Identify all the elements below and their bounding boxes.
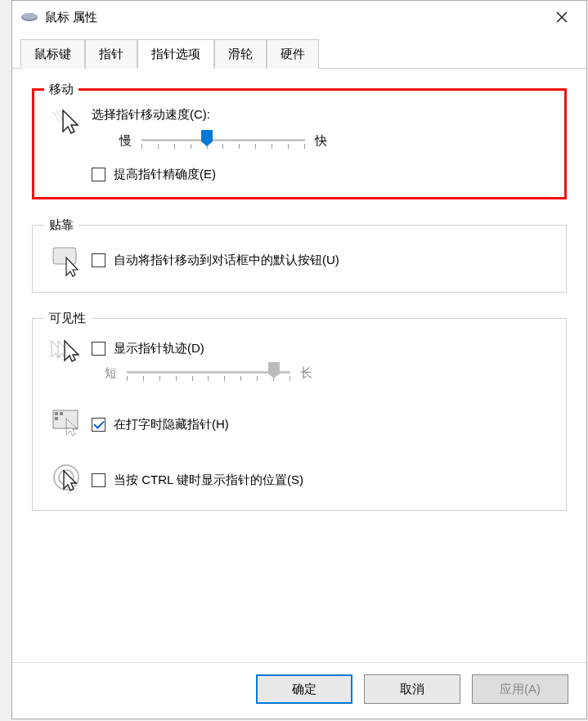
speed-fast-label: 快 bbox=[315, 133, 327, 149]
cancel-button[interactable]: 取消 bbox=[364, 674, 460, 704]
snap-checkbox[interactable] bbox=[92, 253, 105, 267]
ok-button[interactable]: 确定 bbox=[256, 674, 352, 704]
ctrl-label: 当按 CTRL 键时显示指针的位置(S) bbox=[114, 472, 303, 488]
group-motion: 移动 选择指针移动速度(C): 慢 bbox=[32, 82, 567, 199]
speed-slow-label: 慢 bbox=[119, 133, 132, 149]
snap-icon bbox=[44, 244, 92, 277]
hide-label: 在打字时隐藏指针(H) bbox=[114, 417, 229, 432]
trail-long-label: 长 bbox=[300, 365, 312, 381]
svg-point-1 bbox=[22, 13, 37, 20]
hide-typing-icon bbox=[44, 407, 92, 437]
tab-content: 移动 选择指针移动速度(C): 慢 bbox=[12, 69, 586, 662]
window-title: 鼠标 属性 bbox=[45, 10, 545, 25]
tab-3[interactable]: 滑轮 bbox=[214, 39, 267, 69]
tab-4[interactable]: 硬件 bbox=[267, 39, 319, 69]
tab-2[interactable]: 指针选项 bbox=[137, 39, 214, 69]
snap-label: 自动将指针移动到对话框中的默认按钮(U) bbox=[114, 253, 339, 268]
group-visibility: 可见性 显示指针轨迹(D) bbox=[32, 311, 567, 511]
apply-button[interactable]: 应用(A) bbox=[472, 674, 568, 704]
trail-slider bbox=[127, 363, 290, 383]
svg-line-2 bbox=[53, 112, 60, 122]
group-visibility-legend: 可见性 bbox=[44, 311, 91, 326]
group-snap: 贴靠 自动将指针移动到对话框中的默认按钮(U) bbox=[32, 217, 567, 293]
svg-line-3 bbox=[56, 111, 63, 121]
close-button[interactable] bbox=[545, 5, 578, 29]
svg-rect-9 bbox=[55, 417, 58, 420]
trail-short-label: 短 bbox=[105, 365, 117, 381]
precision-label: 提高指针精确度(E) bbox=[114, 167, 216, 182]
svg-rect-8 bbox=[60, 412, 63, 415]
svg-rect-5 bbox=[53, 248, 76, 264]
tab-0[interactable]: 鼠标键 bbox=[20, 39, 85, 69]
trail-label: 显示指针轨迹(D) bbox=[114, 341, 204, 356]
motion-cursor-icon bbox=[44, 107, 92, 137]
trail-checkbox-row[interactable]: 显示指针轨迹(D) bbox=[92, 341, 554, 356]
group-motion-legend: 移动 bbox=[44, 82, 79, 97]
speed-slider[interactable] bbox=[141, 131, 305, 150]
ctrl-checkbox[interactable] bbox=[92, 473, 105, 487]
trail-icon bbox=[44, 338, 92, 367]
svg-rect-7 bbox=[55, 412, 58, 415]
hide-checkbox[interactable] bbox=[92, 418, 105, 432]
titlebar: 鼠标 属性 bbox=[12, 1, 586, 34]
precision-checkbox[interactable] bbox=[92, 168, 105, 181]
mouse-icon bbox=[20, 11, 38, 23]
tab-bar: 鼠标键指针指针选项滑轮硬件 bbox=[12, 38, 586, 69]
precision-checkbox-row[interactable]: 提高指针精确度(E) bbox=[92, 167, 554, 182]
snap-checkbox-row[interactable]: 自动将指针移动到对话框中的默认按钮(U) bbox=[92, 253, 554, 268]
dialog-buttons: 确定 取消 应用(A) bbox=[12, 662, 586, 719]
speed-label: 选择指针移动速度(C): bbox=[92, 107, 554, 123]
ctrl-locate-icon bbox=[44, 461, 92, 495]
mouse-properties-window: 鼠标 属性 鼠标键指针指针选项滑轮硬件 移动 选择指针移动速度(C): 慢 bbox=[11, 0, 587, 719]
trail-checkbox[interactable] bbox=[92, 342, 105, 356]
tab-1[interactable]: 指针 bbox=[85, 39, 137, 69]
ctrl-checkbox-row[interactable]: 当按 CTRL 键时显示指针的位置(S) bbox=[92, 472, 554, 488]
group-snap-legend: 贴靠 bbox=[44, 217, 79, 233]
hide-checkbox-row[interactable]: 在打字时隐藏指针(H) bbox=[92, 417, 554, 432]
